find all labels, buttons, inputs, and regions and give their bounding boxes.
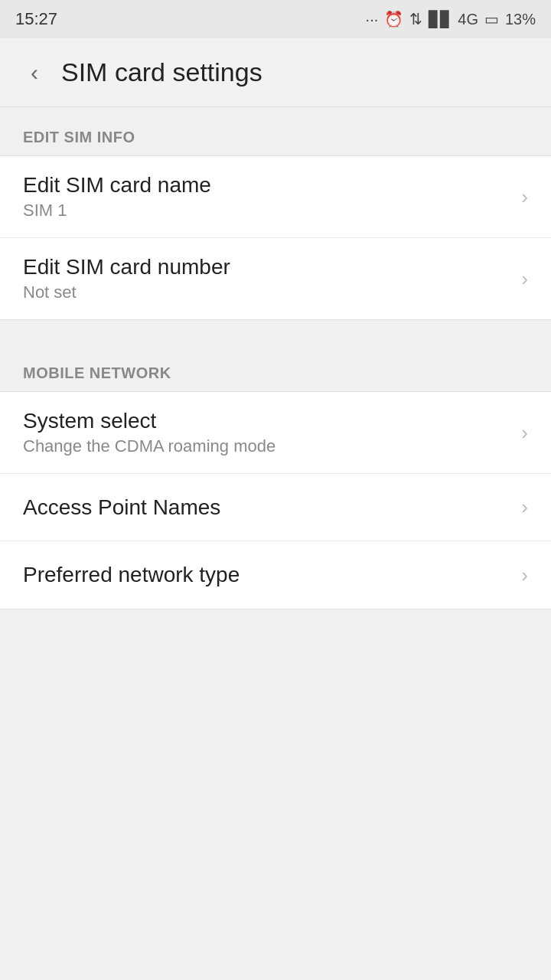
edit-sim-number-text: Edit SIM card number Not set [23, 255, 509, 302]
edit-sim-number-item[interactable]: Edit SIM card number Not set › [0, 238, 551, 319]
battery-percent: 13% [505, 11, 536, 28]
preferred-network-type-item[interactable]: Preferred network type › [0, 541, 551, 609]
chevron-icon: › [521, 185, 528, 209]
signal-bars-icon: ▊▊ [429, 10, 452, 28]
edit-sim-name-item[interactable]: Edit SIM card name SIM 1 › [0, 156, 551, 238]
edit-sim-name-subtitle: SIM 1 [23, 201, 509, 220]
chevron-icon: › [521, 267, 528, 291]
edit-sim-number-title: Edit SIM card number [23, 255, 509, 279]
alarm-icon: ⏰ [384, 10, 403, 28]
system-select-subtitle: Change the CDMA roaming mode [23, 436, 509, 456]
back-arrow-icon: ‹ [31, 60, 38, 86]
chevron-icon: › [521, 564, 528, 587]
preferred-network-type-text: Preferred network type [23, 563, 509, 587]
app-bar: ‹ SIM card settings [0, 38, 551, 107]
chevron-icon: › [521, 495, 528, 519]
section-header-mobile-network: MOBILE NETWORK [0, 343, 551, 391]
section-spacer [0, 320, 551, 343]
status-bar: 15:27 ··· ⏰ ⇅ ▊▊ 4G ▭ 13% [0, 0, 551, 38]
sync-icon: ⇅ [409, 10, 422, 28]
system-select-text: System select Change the CDMA roaming mo… [23, 409, 509, 456]
access-point-names-title: Access Point Names [23, 495, 509, 520]
section-header-edit-sim: EDIT SIM INFO [0, 107, 551, 155]
system-select-item[interactable]: System select Change the CDMA roaming mo… [0, 392, 551, 474]
time-display: 15:27 [15, 9, 57, 29]
system-select-title: System select [23, 409, 509, 433]
network-type: 4G [458, 11, 478, 28]
page-title: SIM card settings [61, 57, 262, 87]
mobile-network-group: System select Change the CDMA roaming mo… [0, 391, 551, 609]
edit-sim-group: Edit SIM card name SIM 1 › Edit SIM card… [0, 155, 551, 320]
settings-content: EDIT SIM INFO Edit SIM card name SIM 1 ›… [0, 107, 551, 609]
edit-sim-number-subtitle: Not set [23, 283, 509, 302]
status-icons: ··· ⏰ ⇅ ▊▊ 4G ▭ 13% [366, 10, 536, 28]
chevron-icon: › [521, 421, 528, 445]
access-point-names-text: Access Point Names [23, 495, 509, 520]
battery-icon: ▭ [484, 10, 499, 28]
back-button[interactable]: ‹ [15, 54, 54, 92]
preferred-network-type-title: Preferred network type [23, 563, 509, 587]
access-point-names-item[interactable]: Access Point Names › [0, 474, 551, 541]
edit-sim-name-title: Edit SIM card name [23, 173, 509, 198]
notification-dots: ··· [366, 11, 379, 28]
edit-sim-name-text: Edit SIM card name SIM 1 [23, 173, 509, 220]
